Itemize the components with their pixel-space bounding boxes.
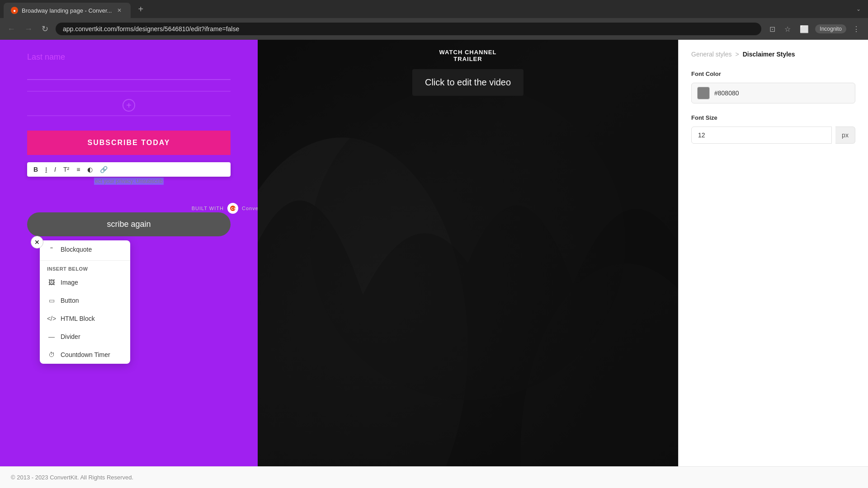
footer-copyright: © 2013 - 2023 ConvertKit. All Rights Res… [11, 474, 133, 481]
breadcrumb-general[interactable]: General styles [691, 51, 731, 58]
video-tooltip[interactable]: Click to edit the video [412, 69, 524, 96]
image-icon: 🖼 [47, 278, 56, 287]
format-toolbar: B I I T² ≡ ◐ 🔗 [27, 162, 231, 177]
italic-btn[interactable]: I [52, 164, 59, 175]
color-value: #808080 [714, 89, 849, 97]
panel-breadcrumb: General styles > Disclaimer Styles [691, 51, 855, 58]
form-divider-2 [27, 115, 231, 116]
video-bg [258, 40, 678, 466]
watch-channel-text: WATCH CHANNEL TRAILER [439, 49, 497, 62]
font-color-row[interactable]: #808080 [691, 83, 855, 103]
highlight-btn[interactable]: ◐ [85, 164, 95, 175]
disclaimer-section: ect your privacy. Unsubscrib [27, 177, 231, 185]
countdown-label: Countdown Timer [61, 351, 110, 358]
align-btn[interactable]: ≡ [74, 164, 83, 175]
tab-title: Broadway landing page - Conver... [22, 7, 112, 14]
form-panel[interactable]: Last name + SUBSCRIBE TODAY B I [0, 40, 258, 466]
tab-favicon: ● [11, 7, 18, 14]
last-name-label: Last name [27, 52, 231, 62]
link-btn[interactable]: 🔗 [97, 164, 110, 175]
ck-logo-icon: CK [227, 203, 238, 214]
resubscribe-btn[interactable]: scribe again [27, 212, 231, 236]
cast-btn[interactable]: ⊡ [767, 23, 778, 35]
countdown-menu-item[interactable]: ⏱ Countdown Timer [40, 346, 130, 364]
insert-menu: " Blockquote INSERT BELOW 🖼 Image ▭ Butt… [40, 240, 130, 364]
add-block-section: + [27, 91, 231, 116]
superscript-btn[interactable]: T² [61, 164, 72, 175]
blockquote-menu-item[interactable]: " Blockquote [40, 240, 130, 258]
disclaimer-text: ect your privacy. Unsubscrib [94, 178, 164, 185]
countdown-icon: ⏱ [47, 350, 56, 359]
tab-overflow-btn[interactable]: ⌄ [856, 6, 861, 12]
tab-close-btn[interactable]: ✕ [115, 6, 123, 14]
insert-below-label: INSERT BELOW [40, 263, 130, 273]
form-divider [27, 91, 231, 92]
incognito-badge: Incognito [815, 24, 846, 33]
html-block-label: HTML Block [61, 315, 95, 322]
menu-divider [40, 260, 130, 261]
button-menu-item[interactable]: ▭ Button [40, 291, 130, 310]
tab-bar: ● Broadway landing page - Conver... ✕ + … [0, 0, 868, 18]
ck-logo: BUILT WITH CK ConvertKit [129, 203, 258, 214]
refresh-btn[interactable]: ↻ [40, 22, 50, 36]
new-tab-btn[interactable]: + [134, 4, 147, 14]
url-bar[interactable]: app.convertkit.com/forms/designers/56468… [56, 23, 761, 35]
main-content: Last name + SUBSCRIBE TODAY B I [0, 40, 868, 466]
url-text: app.convertkit.com/forms/designers/56468… [63, 25, 754, 33]
font-color-label: Font Color [691, 70, 855, 77]
canvas: Last name + SUBSCRIBE TODAY B I [0, 40, 678, 466]
divider-menu-item[interactable]: — Divider [40, 328, 130, 346]
divider-icon: — [47, 332, 56, 341]
browser-chrome: ● Broadway landing page - Conver... ✕ + … [0, 0, 868, 40]
last-name-field: Last name [27, 52, 231, 80]
editor-area: Last name + SUBSCRIBE TODAY B I [0, 40, 678, 466]
font-size-row: px [691, 127, 855, 144]
address-bar: ← → ↻ app.convertkit.com/forms/designers… [0, 18, 868, 40]
add-block-btn[interactable]: + [123, 99, 135, 112]
menu-close-btn[interactable]: ✕ [31, 236, 43, 249]
subscribe-button[interactable]: SUBSCRIBE TODAY [27, 131, 231, 155]
menu-btn[interactable]: ⋮ [850, 23, 863, 35]
browser-actions: ⊡ ☆ ⬜ Incognito ⋮ [767, 23, 863, 35]
svg-text:CK: CK [231, 206, 236, 211]
button-icon: ▭ [47, 296, 56, 305]
last-name-input[interactable] [27, 66, 231, 80]
image-label: Image [61, 279, 78, 286]
extension-btn[interactable]: ⬜ [797, 23, 811, 35]
ck-name: ConvertKit [242, 206, 258, 211]
forward-btn[interactable]: → [23, 23, 34, 36]
bold-btn[interactable]: B [31, 164, 41, 175]
active-tab[interactable]: ● Broadway landing page - Conver... ✕ [4, 3, 131, 18]
divider-label: Divider [61, 333, 80, 340]
font-size-label: Font Size [691, 114, 855, 121]
blockquote-icon: " [47, 245, 56, 254]
font-size-input[interactable] [691, 127, 832, 144]
form-content: Last name + SUBSCRIBE TODAY B I [0, 40, 258, 232]
styles-panel: General styles > Disclaimer Styles Font … [678, 40, 868, 466]
html-block-menu-item[interactable]: </> HTML Block [40, 310, 130, 328]
font-size-unit: px [835, 127, 855, 144]
color-swatch [697, 87, 710, 99]
video-panel[interactable]: WATCH CHANNEL TRAILER Click to edit the … [258, 40, 678, 466]
page-footer: © 2013 - 2023 ConvertKit. All Rights Res… [0, 466, 868, 488]
powered-by-text: BUILT WITH [192, 206, 224, 211]
back-btn[interactable]: ← [5, 23, 17, 36]
html-icon: </> [47, 314, 56, 323]
breadcrumb-current: Disclaimer Styles [743, 51, 795, 58]
breadcrumb-separator: > [735, 51, 739, 58]
bookmark-btn[interactable]: ☆ [782, 23, 793, 35]
image-menu-item[interactable]: 🖼 Image [40, 273, 130, 291]
blockquote-label: Blockquote [61, 246, 92, 253]
button-label: Button [61, 297, 79, 304]
underline-btn[interactable]: I [42, 164, 50, 175]
